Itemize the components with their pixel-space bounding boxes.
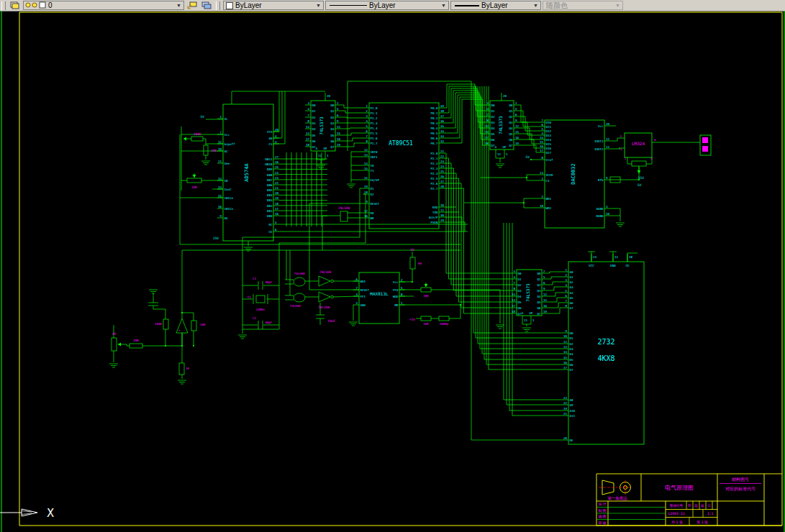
svg-text:2: 2 [543, 270, 545, 273]
resistor[interactable] [204, 145, 208, 155]
svg-text:A5: A5 [570, 296, 574, 300]
resistor[interactable] [187, 178, 201, 183]
resistor[interactable] [112, 338, 117, 351]
resistor[interactable] [179, 363, 184, 375]
crystal-y1[interactable] [256, 295, 265, 303]
svg-text:Q1: Q1 [537, 278, 541, 281]
svg-text:-15V: -15V [636, 176, 644, 180]
svg-text:10: 10 [440, 203, 445, 207]
resistor[interactable] [421, 288, 431, 292]
svg-text:-: - [184, 329, 186, 332]
svg-text:DI6: DI6 [546, 147, 552, 150]
schematic-components[interactable] [112, 135, 711, 375]
ic-at89c51[interactable]: AT89C511P1.02P1.13P1.24P1.35P1.46P1.57P1… [363, 103, 445, 229]
ic-lm324[interactable]: LM324 [625, 133, 652, 157]
svg-text:Vref: Vref [546, 158, 554, 162]
nand-gate[interactable] [294, 278, 305, 286]
svg-text:Q4: Q4 [509, 127, 513, 130]
svg-text:Q6: Q6 [330, 139, 335, 143]
svg-text:27: 27 [440, 180, 445, 183]
svg-text:共 1 张: 共 1 张 [671, 520, 683, 525]
svg-text:OE: OE [503, 145, 507, 149]
resistor[interactable] [410, 257, 415, 269]
svg-text:DI1: DI1 [546, 125, 552, 129]
svg-text:Q3: Q3 [537, 289, 541, 293]
svg-text:审 核: 审 核 [598, 520, 606, 525]
resistor[interactable] [632, 161, 646, 166]
svg-text:RESET: RESET [360, 288, 370, 292]
ic-ls373b[interactable]: 74LS3733D04D17D28D313D414D517D618D72Q05Q… [484, 93, 519, 158]
svg-text:OE: OE [570, 439, 574, 442]
svg-text:P0.4: P0.4 [430, 127, 438, 130]
svg-text:9: 9 [565, 329, 567, 333]
svg-text:16: 16 [337, 137, 341, 141]
svg-text:14: 14 [540, 136, 544, 139]
svg-text:1: 1 [366, 104, 368, 108]
svg-text:bipoff: bipoff [224, 142, 236, 146]
schematic-wires[interactable] [114, 81, 700, 440]
ic-eprom2732[interactable]: 27324KX81A02A13A24A35A46A57A68A79D010D11… [563, 254, 644, 444]
drawing-canvas[interactable]: AD574A1VL7Vcc12bipoff10AC11Vee13IN14Iout… [0, 0, 785, 532]
inverter-gate[interactable] [319, 276, 330, 286]
connector-terminal [702, 137, 708, 143]
svg-text:RXD: RXD [432, 206, 438, 209]
svg-text:Q0: Q0 [537, 272, 541, 275]
svg-text:19: 19 [543, 310, 548, 313]
svg-text:4: 4 [513, 275, 515, 279]
svg-text:6: 6 [275, 228, 277, 231]
svg-text:74LS373: 74LS373 [525, 283, 530, 302]
svg-text:13: 13 [364, 153, 368, 157]
resistor[interactable] [130, 344, 142, 348]
svg-text:D3: D3 [491, 121, 496, 124]
svg-text:4: 4 [307, 107, 309, 111]
svg-text:29: 29 [440, 219, 445, 222]
svg-text:32: 32 [440, 139, 445, 143]
svg-text:Q0: Q0 [509, 104, 513, 107]
svg-text:6: 6 [565, 294, 567, 298]
ic-ls373c[interactable]: 74LS3733D04D17D28D313D414D517D618D72Q05Q… [511, 270, 548, 325]
svg-text:RD: RD [371, 211, 375, 215]
ic-symbols[interactable]: AD574A1VL7Vcc12bipoff10AC11Vee13IN14Iout… [217, 93, 658, 444]
svg-text:DAC0832: DAC0832 [571, 163, 576, 185]
svg-text:9: 9 [219, 214, 222, 218]
svg-text:21: 21 [563, 412, 568, 416]
gate-74ls00-box[interactable] [340, 211, 348, 221]
svg-text:T0: T0 [371, 164, 375, 168]
svg-text:2: 2 [541, 195, 543, 198]
resistor[interactable] [421, 316, 431, 321]
title-block[interactable]: 第一角画法电气原理图材料图号对应的标准代号设 计制 图描 图审 核图样代号阶段标… [596, 474, 782, 526]
svg-text:P2.4: P2.4 [430, 172, 438, 175]
sheet-frame [1, 11, 784, 532]
svg-text:Q5: Q5 [537, 301, 541, 304]
svg-text:INT0: INT0 [371, 150, 378, 154]
resistor[interactable] [439, 316, 449, 321]
svg-text:18: 18 [629, 255, 633, 259]
resistor[interactable] [191, 321, 196, 331]
resistor[interactable] [163, 319, 168, 329]
svg-text:D1: D1 [491, 109, 496, 113]
inverter-gate[interactable] [319, 292, 330, 302]
nand-gate[interactable] [294, 293, 305, 302]
svg-text:4: 4 [355, 293, 358, 296]
svg-text:9: 9 [515, 119, 517, 122]
svg-text:P1.5: P1.5 [371, 132, 378, 135]
svg-text:3: 3 [366, 114, 368, 118]
svg-text:1: 1 [327, 154, 329, 157]
ic-ad574a[interactable]: AD574A1VL7Vcc12bipoff10AC11Vee13IN14Iout… [217, 104, 279, 241]
svg-text:Q6: Q6 [509, 138, 513, 142]
ic-max813l[interactable]: MAX813L6WDI7RESET4PFI3GND2Vcc5PFO8WDO1MR [353, 272, 405, 324]
ic-ls373a[interactable]: 74LS3733D04D17D28D313D414D517D618D72Q05Q… [305, 93, 341, 160]
svg-text:DB10: DB10 [265, 162, 273, 166]
svg-text:18: 18 [540, 204, 544, 208]
svg-text:A0: A0 [268, 137, 273, 140]
svg-text:22: 22 [275, 181, 279, 185]
svg-text:11: 11 [524, 318, 528, 322]
svg-text:MAX813L: MAX813L [370, 291, 389, 296]
svg-text:1: 1 [541, 177, 543, 180]
svg-text:Q1: Q1 [330, 109, 335, 113]
ic-dac0832[interactable]: DAC08327DI06DI15DI24DI314DI415DI516DI617… [539, 119, 610, 229]
svg-text:DGND: DGND [596, 214, 604, 218]
svg-text:17: 17 [485, 136, 489, 139]
resistor[interactable] [191, 137, 203, 141]
svg-text:Q2: Q2 [330, 116, 335, 119]
